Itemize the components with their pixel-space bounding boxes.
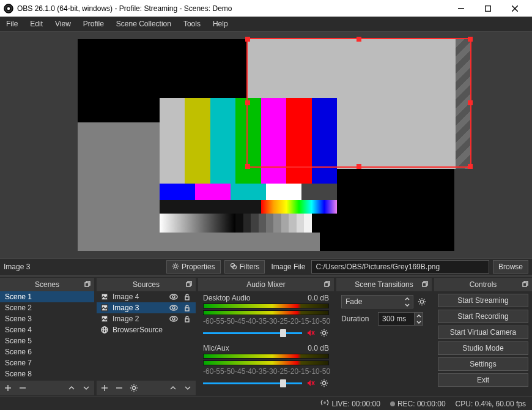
undock-icon[interactable] bbox=[323, 280, 331, 288]
properties-button-label: Properties bbox=[182, 263, 215, 271]
svg-point-19 bbox=[170, 305, 177, 310]
source-item[interactable]: Image 2 bbox=[97, 313, 196, 324]
image-icon bbox=[100, 293, 109, 301]
menu-edit[interactable]: Edit bbox=[24, 17, 49, 31]
menu-scene-collection[interactable]: Scene Collection bbox=[110, 17, 177, 31]
chevron-down-icon bbox=[403, 302, 412, 308]
duration-label: Duration bbox=[341, 315, 374, 323]
scene-item[interactable]: Scene 3 bbox=[0, 313, 94, 324]
track-settings-button[interactable] bbox=[319, 328, 329, 338]
scenes-title: Scenes bbox=[35, 280, 59, 289]
undock-icon[interactable] bbox=[521, 280, 530, 288]
scenes-footer bbox=[0, 381, 94, 395]
remove-source-button[interactable] bbox=[115, 384, 124, 392]
source-item[interactable]: BrowserSource bbox=[97, 324, 196, 335]
start-virtual-camera-button[interactable]: Start Virtual Camera bbox=[438, 326, 528, 339]
browse-button[interactable]: Browse bbox=[493, 260, 528, 274]
scene-item[interactable]: Scene 2 bbox=[0, 302, 94, 313]
svg-rect-17 bbox=[185, 297, 189, 300]
lock-toggle[interactable] bbox=[182, 293, 192, 300]
image-file-input[interactable] bbox=[311, 260, 489, 274]
maximize-button[interactable] bbox=[475, 0, 501, 17]
duration-input[interactable]: 300 ms bbox=[378, 312, 423, 326]
scene-item[interactable]: Scene 8 bbox=[0, 368, 94, 379]
lock-toggle[interactable] bbox=[182, 315, 192, 322]
add-source-button[interactable] bbox=[100, 384, 109, 392]
transitions-header[interactable]: Scene Transitions bbox=[336, 278, 432, 291]
menu-tools[interactable]: Tools bbox=[177, 17, 207, 31]
menu-view[interactable]: View bbox=[49, 17, 77, 31]
move-scene-down-button[interactable] bbox=[82, 384, 91, 392]
chevron-down-icon[interactable] bbox=[415, 319, 423, 325]
status-rec: REC: 00:00:00 bbox=[390, 400, 446, 408]
properties-button[interactable]: Properties bbox=[166, 260, 221, 274]
add-scene-button[interactable] bbox=[4, 384, 12, 392]
lock-toggle[interactable] bbox=[182, 304, 192, 311]
svg-point-41 bbox=[420, 300, 423, 304]
source-properties-button[interactable] bbox=[130, 384, 138, 392]
menu-help[interactable]: Help bbox=[207, 17, 234, 31]
visibility-toggle[interactable] bbox=[169, 315, 179, 323]
mixer-header[interactable]: Audio Mixer bbox=[198, 278, 334, 291]
vu-meter bbox=[203, 354, 329, 359]
source-item[interactable]: Image 3 bbox=[97, 302, 196, 313]
controls-dock: Controls Start Streaming Start Recording… bbox=[434, 278, 532, 395]
filters-button[interactable]: Filters bbox=[224, 260, 265, 274]
menu-profile[interactable]: Profile bbox=[77, 17, 110, 31]
window-title: OBS 26.1.0 (64-bit, windows) - Profile: … bbox=[17, 4, 448, 13]
move-source-up-button[interactable] bbox=[169, 384, 177, 392]
move-scene-up-button[interactable] bbox=[67, 384, 76, 392]
controls-header[interactable]: Controls bbox=[434, 278, 532, 291]
mixer-track-name: Mic/Aux bbox=[203, 344, 229, 352]
studio-mode-button[interactable]: Studio Mode bbox=[438, 341, 528, 355]
svg-point-24 bbox=[172, 318, 175, 320]
transition-select[interactable]: Fade bbox=[341, 295, 413, 308]
scenes-list[interactable]: Scene 1 Scene 2 Scene 3 Scene 4 Scene 5 … bbox=[0, 291, 94, 381]
scene-item[interactable]: Scene 6 bbox=[0, 346, 94, 357]
remove-scene-button[interactable] bbox=[18, 384, 27, 392]
source-item-label: Image 2 bbox=[113, 315, 165, 323]
start-streaming-button[interactable]: Start Streaming bbox=[438, 294, 528, 307]
controls-body: Start Streaming Start Recording Start Vi… bbox=[434, 291, 532, 395]
preview-canvas[interactable] bbox=[78, 39, 454, 251]
sources-footer bbox=[97, 381, 196, 395]
visibility-toggle[interactable] bbox=[169, 293, 179, 301]
svg-rect-21 bbox=[185, 308, 189, 311]
minimize-button[interactable] bbox=[448, 0, 475, 17]
menu-file[interactable]: File bbox=[0, 17, 24, 31]
sources-list[interactable]: Image 4 Image 3 Image 2 BrowserSource bbox=[97, 291, 196, 381]
scenes-header[interactable]: Scenes bbox=[0, 278, 94, 291]
chevron-up-icon[interactable] bbox=[415, 313, 423, 319]
volume-slider[interactable] bbox=[203, 332, 302, 334]
undock-icon[interactable] bbox=[83, 280, 92, 288]
mute-button[interactable] bbox=[306, 328, 316, 338]
docks-container: Scenes Scene 1 Scene 2 Scene 3 Scene 4 S… bbox=[0, 276, 532, 397]
mute-button[interactable] bbox=[306, 378, 316, 388]
volume-slider[interactable] bbox=[203, 382, 302, 384]
mixer-body: Desktop Audio 0.0 dB -60-55-50-45-40-35-… bbox=[198, 291, 334, 395]
exit-button[interactable]: Exit bbox=[438, 373, 528, 387]
svg-rect-25 bbox=[185, 319, 189, 322]
transitions-dock: Scene Transitions Fade Duration 300 ms bbox=[336, 278, 432, 395]
source-item[interactable]: Image 4 bbox=[97, 291, 196, 302]
menubar: File Edit View Profile Scene Collection … bbox=[0, 17, 532, 32]
svg-rect-33 bbox=[325, 283, 328, 286]
canvas-source-image4[interactable] bbox=[160, 98, 337, 233]
undock-icon[interactable] bbox=[185, 280, 193, 288]
start-recording-button[interactable]: Start Recording bbox=[438, 310, 528, 323]
preview-area[interactable] bbox=[0, 32, 532, 258]
scene-item[interactable]: Scene 7 bbox=[0, 357, 94, 368]
move-source-down-button[interactable] bbox=[183, 384, 192, 392]
status-cpu: CPU: 0.4%, 60.00 fps bbox=[456, 400, 526, 408]
transition-settings-button[interactable] bbox=[417, 297, 427, 307]
undock-icon[interactable] bbox=[421, 280, 429, 288]
sources-header[interactable]: Sources bbox=[97, 278, 196, 291]
visibility-toggle[interactable] bbox=[169, 304, 179, 312]
scene-item[interactable]: Scene 4 bbox=[0, 324, 94, 335]
close-button[interactable] bbox=[501, 0, 528, 17]
scene-item[interactable]: Scene 1 bbox=[0, 291, 94, 302]
track-settings-button[interactable] bbox=[319, 378, 329, 388]
scene-item[interactable]: Scene 5 bbox=[0, 335, 94, 346]
settings-button[interactable]: Settings bbox=[438, 357, 528, 371]
image-icon bbox=[100, 304, 109, 312]
